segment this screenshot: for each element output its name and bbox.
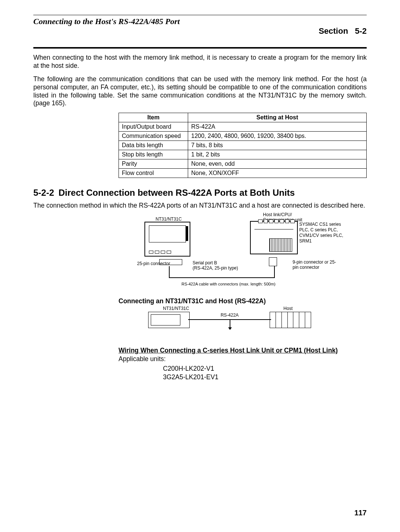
diagram-direct-connection: NT31/NT31C 25-pin connector Serial port … [137,217,344,291]
cable-drop-icon [230,320,230,328]
table-row: Parity None, even, odd [119,159,367,169]
td-value: RS-422A [188,122,367,132]
label-host: Host [283,306,293,311]
table-row: Flow control None, XON/XOFF [119,169,367,178]
label-25pin-connector: 25-pin connector [137,261,170,266]
td-item: Input/Output board [119,122,188,132]
unit-model: 3G2A5-LK201-EV1 [163,373,367,381]
page-number: 117 [354,509,367,517]
applicable-units-list: C200H-LK202-V1 3G2A5-LK201-EV1 [163,364,367,381]
label-cable-caption: RS-422A cable with connectors (max. leng… [181,282,276,286]
nt31-box-icon [148,312,190,328]
th-setting: Setting at Host [188,113,367,122]
td-value: 1 bit, 2 bits [188,150,367,159]
label-rs422a: RS-422A [221,313,239,318]
table-row: Communication speed 1200, 2400, 4800, 96… [119,132,367,141]
host-box-icon [270,312,311,328]
paragraph-connection-method: The connection method in which the RS-42… [33,202,367,210]
td-item: Parity [119,159,188,169]
host-plc-icon [250,221,298,254]
rs422a-cable-icon [169,266,275,278]
td-value: 1200, 2400, 4800, 9600, 19200, 38400 bps… [188,132,367,141]
section-heading-number: 5-2-2 [33,188,54,198]
subheading-connecting: Connecting an NT31/NT31C and Host (RS-42… [119,297,367,305]
table-row: Input/Output board RS-422A [119,122,367,132]
subheading-wiring: Wiring When Connecting a C-series Host L… [119,347,367,354]
label-plc-series: SYSMAC CS1 series PLC, C series PLC, CVM… [299,222,344,244]
section-word: Section [319,26,348,36]
applicable-units-label: Applicable units: [119,355,367,363]
section-heading-title: Direct Connection between RS-422A Ports … [59,188,295,198]
label-nt31: NT31/NT31C [163,306,189,311]
host-connector-icon [269,257,277,266]
td-value: None, XON/XOFF [188,169,367,178]
unit-model: C200H-LK202-V1 [163,364,367,373]
arrow-down-icon [228,327,232,330]
td-item: Data bits length [119,141,188,150]
diagram-nt-label: NT31/NT31C [156,217,182,222]
th-item: Item [119,113,188,122]
section-heading: 5-2-2Direct Connection between RS-422A P… [33,188,367,198]
header-chapter-title: Connecting to the Host's RS-422A/485 Por… [33,17,180,26]
page-header: Connecting to the Host's RS-422A/485 Por… [33,16,367,46]
td-item: Stop bits length [119,150,188,159]
header-rule-bottom [33,47,367,49]
label-host-connector: 9-pin connector or 25-pin connector [293,260,341,270]
settings-table: Item Setting at Host Input/Output board … [119,113,367,178]
section-number: 5-2 [355,26,367,36]
paragraph-comm-conditions: The following are the communication cond… [33,75,367,108]
td-value: 7 bits, 8 bits [188,141,367,150]
table-header-row: Item Setting at Host [119,113,367,122]
table-row: Data bits length 7 bits, 8 bits [119,141,367,150]
nt31-device-icon [144,222,190,257]
table-row: Stop bits length 1 bit, 2 bits [119,150,367,159]
td-item: Communication speed [119,132,188,141]
subheading-wiring-text: Wiring When Connecting a C-series Host L… [119,347,338,354]
td-value: None, even, odd [188,159,367,169]
td-item: Flow control [119,169,188,178]
diagram-simple-connection: NT31/NT31C Host RS-422A [148,308,311,338]
paragraph-memory-link: When connecting to the host with the mem… [33,54,367,70]
header-section: Section 5-2 [310,17,367,46]
header-rule-top [33,15,367,15]
